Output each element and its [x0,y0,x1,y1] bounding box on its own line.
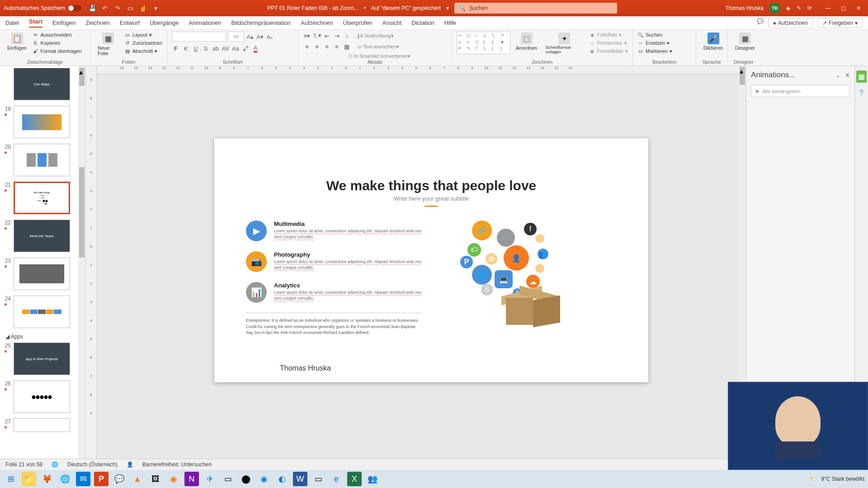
app-icon[interactable]: ◐ [275,472,289,486]
sync-icon[interactable]: ⟳ [807,5,812,11]
font-size[interactable]: 48 [228,32,244,42]
case-icon[interactable]: Aa [231,44,240,52]
excel-icon[interactable]: X [347,472,362,486]
maximize-button[interactable]: ▢ [837,4,849,13]
undo-icon[interactable]: ↶ [101,5,108,12]
redo-icon[interactable]: ↷ [114,5,121,12]
thumb-23[interactable] [14,258,70,290]
copy-button[interactable]: ⎘Kopieren [32,40,81,46]
word-icon[interactable]: W [293,472,307,486]
tab-datei[interactable]: Datei [5,19,19,26]
aufzeichnen-button[interactable]: ●Aufzeichnen [768,18,813,28]
bold-icon[interactable]: F [172,44,180,52]
teams-icon[interactable]: 👥 [365,472,380,486]
thumb-22[interactable]: Meet the Team [14,220,70,252]
weather-text[interactable]: 9°C Stark bewölkt [821,476,864,482]
icon-cloud[interactable]: 🔗 🛒 f 🏷 ⚙ 👤 👥 P 🌐 💻 ☁ S [440,221,617,336]
touch-icon[interactable]: ☝ [139,5,146,12]
play-all-button[interactable]: ▶ Alle wiedergeben [751,85,850,97]
dropdown-icon[interactable]: ▾ [152,5,159,12]
thumb-19[interactable] [14,106,70,138]
paste-button[interactable]: 📋Einfügen [5,32,29,52]
outline-button[interactable]: ◇Formkontur▾ [589,40,628,46]
language[interactable]: Deutsch (Österreich) [67,461,118,468]
designer-button[interactable]: ▦Designer [732,32,758,52]
thumbs-scrollbar[interactable]: ▴ [78,66,85,459]
spacing-icon[interactable]: AV [222,44,230,52]
weather-icon[interactable]: ⛅ [810,476,816,482]
feature-title[interactable]: Multimedia [274,221,422,227]
font-selector[interactable] [172,32,226,42]
search-box[interactable]: 🔍 Suchen [454,3,617,14]
reset-button[interactable]: ↺Zurücksetzen [124,40,162,46]
canvas-area[interactable]: 9876543210123456789 16151413121110987654… [86,66,746,459]
text-direction[interactable]: ‖A Textrichtung▾ [357,33,394,39]
autosave-toggle[interactable]: Automatisches Speichern [4,5,81,11]
thumb-24[interactable] [14,296,70,328]
vlc-icon[interactable]: ▲ [130,472,145,486]
align-right-icon[interactable]: ≡ [323,42,331,51]
app-icon[interactable]: ◉ [166,472,181,486]
clear-format-icon[interactable]: Aₓ [266,33,274,41]
section-button[interactable]: ▤Abschnitt▾ [124,48,162,54]
app-icon[interactable]: ◉ [257,472,271,486]
fromstart-icon[interactable]: ▭ [127,5,134,12]
obs-icon[interactable]: ⬤ [239,472,253,486]
access-icon[interactable]: 👤 [127,461,133,468]
font-color-icon[interactable]: A [251,44,259,52]
section-apps[interactable]: ◢ Apps [5,333,82,340]
arrange-button[interactable]: ⬚Anordnen [513,32,540,52]
feature-body[interactable]: Lorem ipsum dolor sit amet, consectetur … [274,290,422,301]
collapse-icon[interactable]: ⌄ [835,72,840,79]
pen-icon[interactable]: ✎ [797,5,801,11]
help-icon[interactable]: ? [859,89,863,97]
shrink-font-icon[interactable]: A▾ [256,33,264,41]
fill-button[interactable]: ◆Fülleffekt▾ [589,32,628,38]
slide-counter[interactable]: Folie 21 von 58 [5,461,42,468]
cut-button[interactable]: ✂Ausschneiden [32,32,81,38]
app-icon[interactable]: ▭ [221,472,235,486]
thumb-21[interactable]: We make things○ ━━○ ━━○ ━━ ⬤⬤ 📦 [14,182,70,214]
photos-icon[interactable]: 🖼 [148,472,163,486]
smartart-button[interactable]: ⬡ In SmartArt konvertieren▾ [348,53,410,59]
feature-body[interactable]: Lorem ipsum dolor sit amet, consectetur … [274,259,422,270]
tab-einfuegen[interactable]: Einfügen [52,19,75,26]
slide-subtitle[interactable]: Write here your great subtitle [214,195,648,202]
tab-hilfe[interactable]: Hilfe [444,19,456,26]
tab-ansicht[interactable]: Ansicht [382,19,402,26]
outlook-icon[interactable]: ✉ [76,472,90,486]
bullets-icon[interactable]: ≡▾ [303,32,311,40]
tab-entwurf[interactable]: Entwurf [120,19,140,26]
telegram-icon[interactable]: ✈ [203,472,217,486]
shapes-gallery[interactable]: ▭▢○△╲↗ ◇▱⬠{}★ ↶↷⤴⤵() [457,32,510,54]
thumb-18[interactable]: Our Maps [14,68,70,100]
numbering-icon[interactable]: ⒈▾ [313,32,321,40]
accessibility[interactable]: Barrierefreiheit: Untersuchen [142,461,212,468]
indent-inc-icon[interactable]: ⇥ [333,32,341,40]
freigeben-button[interactable]: ↗Freigeben▾ [817,18,863,28]
highlight-icon[interactable]: 🖍 [241,44,250,52]
app-icon[interactable]: ▭ [311,472,326,486]
quickstyles-button[interactable]: ✦Schnellformat-vorlagen [542,32,586,55]
slide-title[interactable]: We make things that people love [214,178,648,193]
tab-zeichnen[interactable]: Zeichnen [85,19,109,26]
close-button[interactable]: ✕ [853,4,864,13]
layout-button[interactable]: ▭Layout▾ [124,32,162,38]
thumb-25[interactable]: App & Web Projects [14,343,70,375]
firefox-icon[interactable]: 🦊 [40,472,54,486]
toggle-switch[interactable] [68,5,81,11]
columns-icon[interactable]: ▦ [343,42,351,51]
dictate-button[interactable]: 🎤Diktieren [701,32,726,52]
close-pane-icon[interactable]: ✕ [845,72,850,79]
shadow-icon[interactable]: ab [212,44,220,52]
tab-dictation[interactable]: Dictation [411,19,434,26]
powerpoint-icon[interactable]: P [94,472,108,486]
tab-ueberpruefen[interactable]: Überprüfen [343,19,373,26]
onenote-icon[interactable]: N [184,472,199,486]
feature-body[interactable]: Lorem ipsum dolor sit amet, consectetur … [274,228,422,239]
thumb-20[interactable] [14,144,70,176]
align-text[interactable]: ▭ Text ausrichten▾ [357,44,399,50]
comments-icon[interactable]: 💬 [757,18,764,28]
thumb-26[interactable]: ⬤⬤⬤⬤⬤ [14,380,70,413]
thumb-27[interactable] [14,418,70,432]
